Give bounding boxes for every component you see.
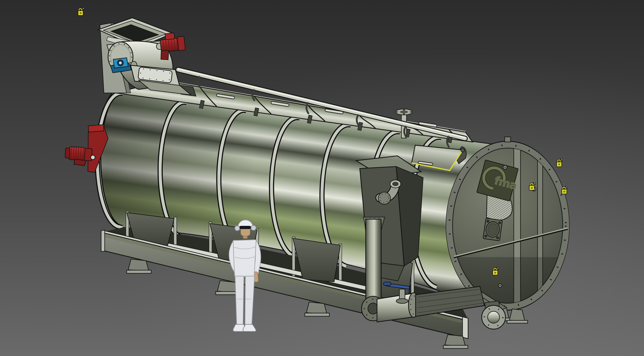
mannequin-face bbox=[241, 229, 250, 236]
model-scene[interactable]: fma bbox=[0, 0, 644, 356]
motor-shaft bbox=[91, 155, 95, 160]
safety-glasses bbox=[240, 226, 251, 229]
cad-viewport[interactable]: fma bbox=[0, 0, 644, 356]
mannequin-torso bbox=[233, 240, 256, 277]
access-plate[interactable] bbox=[483, 218, 502, 241]
lifting-lug bbox=[505, 137, 510, 142]
ear-muff bbox=[251, 225, 256, 230]
ear-muff bbox=[235, 226, 240, 231]
lock-icon[interactable] bbox=[78, 8, 84, 15]
lock-icon[interactable] bbox=[561, 186, 568, 194]
lock-icon[interactable] bbox=[529, 183, 535, 190]
lock-icon[interactable] bbox=[492, 267, 498, 275]
lock-icon[interactable] bbox=[556, 159, 562, 167]
